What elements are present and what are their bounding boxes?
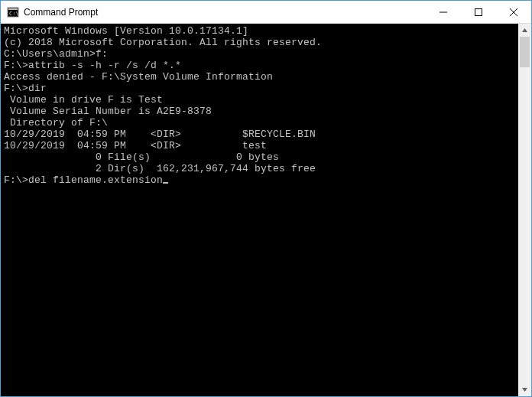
- window-frame: C:\ Command Prompt Microsoft Windows [Ve…: [0, 0, 532, 397]
- terminal-line: Directory of F:\: [4, 117, 518, 129]
- terminal-line: (c) 2018 Microsoft Corporation. All righ…: [4, 37, 518, 48]
- terminal-line: 10/29/2019 04:59 PM <DIR> $RECYCLE.BIN: [4, 129, 518, 140]
- terminal-line: C:\Users\admin>f:: [4, 48, 518, 60]
- svg-rect-1: [8, 8, 18, 10]
- svg-marker-8: [522, 388, 527, 392]
- window-controls: [426, 1, 531, 23]
- terminal-line: Access denied - F:\System Volume Informa…: [4, 71, 518, 83]
- terminal-line: 10/29/2019 04:59 PM <DIR> test: [4, 140, 518, 151]
- terminal-line: F:\>attrib -s -h -r /s /d *.*: [4, 60, 518, 71]
- client-area: Microsoft Windows [Version 10.0.17134.1]…: [1, 24, 531, 396]
- titlebar[interactable]: C:\ Command Prompt: [1, 1, 531, 24]
- terminal-line: F:\>dir: [4, 83, 518, 94]
- window-title: Command Prompt: [24, 7, 98, 18]
- scroll-up-button[interactable]: [518, 24, 531, 37]
- svg-text:C:\: C:\: [9, 11, 19, 17]
- terminal-line: F:\>del filename.extension: [4, 174, 518, 186]
- scroll-thumb[interactable]: [520, 37, 530, 67]
- vertical-scrollbar[interactable]: [518, 24, 531, 396]
- scroll-track[interactable]: [518, 37, 531, 383]
- terminal-line: Volume in drive F is Test: [4, 94, 518, 106]
- svg-marker-7: [522, 28, 527, 32]
- terminal-line: 0 File(s) 0 bytes: [4, 151, 518, 163]
- terminal-line: Microsoft Windows [Version 10.0.17134.1]: [4, 25, 518, 37]
- scroll-down-button[interactable]: [518, 383, 531, 396]
- terminal-line: Volume Serial Number is A2E9-8378: [4, 106, 518, 117]
- maximize-button[interactable]: [461, 1, 496, 23]
- svg-rect-4: [475, 8, 482, 15]
- terminal-output[interactable]: Microsoft Windows [Version 10.0.17134.1]…: [1, 24, 518, 396]
- close-button[interactable]: [496, 1, 531, 23]
- terminal-line: 2 Dir(s) 162,231,967,744 bytes free: [4, 163, 518, 174]
- minimize-button[interactable]: [426, 1, 461, 23]
- text-cursor: [163, 182, 168, 184]
- app-icon: C:\: [7, 6, 19, 18]
